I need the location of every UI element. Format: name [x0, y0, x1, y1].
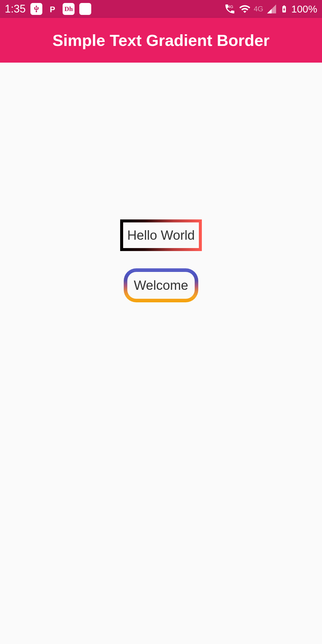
phone-4g-icon: 4G [224, 3, 236, 15]
box1-text: Hello World [123, 222, 199, 248]
svg-text:4G: 4G [228, 4, 233, 9]
svg-text:P: P [50, 5, 55, 14]
app-bar: Simple Text Gradient Border [0, 18, 322, 63]
box2-text: Welcome [127, 272, 195, 299]
status-time: 1:35 [5, 3, 26, 15]
network-4g-label-dim: 4G [254, 5, 263, 13]
gradient-border-box-2: Welcome [124, 268, 199, 302]
gradient-border-box-1: Hello World [120, 219, 202, 251]
dh-app-icon: Dh [63, 3, 75, 15]
status-left: 1:35 P Dh [5, 3, 91, 15]
status-bar: 1:35 P Dh 4G 4G 100% [0, 0, 322, 18]
p-app-icon: P [47, 4, 58, 14]
status-right: 4G 4G 100% [224, 3, 317, 15]
wifi-icon [239, 3, 251, 15]
main-content: Hello World Welcome [0, 63, 322, 644]
usb-icon [30, 3, 42, 15]
battery-percent: 100% [291, 3, 317, 15]
battery-charging-icon [280, 3, 288, 15]
signal-icon [266, 4, 277, 14]
app-title: Simple Text Gradient Border [52, 31, 270, 49]
square-app-icon [79, 3, 91, 15]
